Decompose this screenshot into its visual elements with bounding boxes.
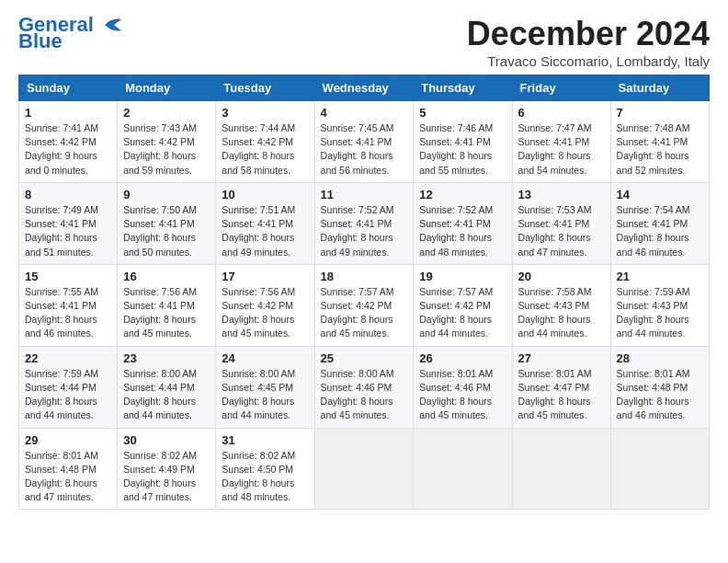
day-number: 23 (123, 351, 210, 365)
logo-blue-text: Blue (18, 31, 63, 52)
calendar-cell: 2 Sunrise: 7:43 AMSunset: 4:42 PMDayligh… (118, 101, 216, 183)
day-info: Sunrise: 7:59 AMSunset: 4:43 PMDaylight:… (617, 285, 703, 341)
day-number: 15 (25, 270, 111, 283)
day-info: Sunrise: 7:45 AMSunset: 4:41 PMDaylight:… (321, 121, 408, 178)
calendar-cell: 12 Sunrise: 7:52 AMSunset: 4:41 PMDaylig… (414, 182, 512, 264)
calendar-cell: 7 Sunrise: 7:48 AMSunset: 4:41 PMDayligh… (610, 101, 709, 183)
calendar-cell: 8 Sunrise: 7:49 AMSunset: 4:41 PMDayligh… (19, 182, 118, 264)
day-info: Sunrise: 8:01 AMSunset: 4:48 PMDaylight:… (617, 367, 703, 423)
page-header: General Blue December 2024 Travaco Sicco… (18, 15, 710, 69)
calendar-header-row: SundayMondayTuesdayWednesdayThursdayFrid… (19, 75, 710, 101)
calendar-cell: 4 Sunrise: 7:45 AMSunset: 4:41 PMDayligh… (314, 101, 414, 183)
calendar-cell: 25 Sunrise: 8:00 AMSunset: 4:46 PMDaylig… (314, 346, 414, 428)
month-title: December 2024 (467, 15, 710, 53)
day-info: Sunrise: 7:47 AMSunset: 4:41 PMDaylight:… (518, 121, 605, 178)
calendar-cell: 18 Sunrise: 7:57 AMSunset: 4:42 PMDaylig… (314, 264, 414, 346)
location-title: Travaco Siccomario, Lombardy, Italy (467, 53, 710, 69)
day-info: Sunrise: 7:41 AMSunset: 4:42 PMDaylight:… (25, 121, 111, 178)
calendar-week-1: 1 Sunrise: 7:41 AMSunset: 4:42 PMDayligh… (19, 101, 710, 183)
day-number: 18 (321, 270, 408, 283)
calendar-cell: 15 Sunrise: 7:55 AMSunset: 4:41 PMDaylig… (19, 264, 118, 346)
day-info: Sunrise: 7:46 AMSunset: 4:41 PMDaylight:… (419, 121, 506, 178)
calendar-cell: 26 Sunrise: 8:01 AMSunset: 4:46 PMDaylig… (414, 346, 512, 428)
col-header-thursday: Thursday (414, 75, 512, 101)
day-info: Sunrise: 8:01 AMSunset: 4:46 PMDaylight:… (419, 367, 506, 423)
day-number: 31 (222, 433, 308, 447)
day-info: Sunrise: 7:52 AMSunset: 4:41 PMDaylight:… (321, 203, 408, 259)
calendar-cell: 13 Sunrise: 7:53 AMSunset: 4:41 PMDaylig… (512, 182, 610, 264)
day-info: Sunrise: 7:56 AMSunset: 4:42 PMDaylight:… (222, 285, 308, 341)
day-number: 7 (617, 106, 703, 120)
calendar-cell: 14 Sunrise: 7:54 AMSunset: 4:41 PMDaylig… (610, 182, 709, 264)
calendar-cell (414, 428, 512, 510)
calendar-cell: 27 Sunrise: 8:01 AMSunset: 4:47 PMDaylig… (512, 346, 610, 428)
day-number: 28 (617, 351, 703, 365)
day-info: Sunrise: 7:56 AMSunset: 4:41 PMDaylight:… (123, 285, 210, 341)
calendar-table: SundayMondayTuesdayWednesdayThursdayFrid… (18, 75, 710, 510)
calendar-cell: 3 Sunrise: 7:44 AMSunset: 4:42 PMDayligh… (216, 101, 314, 183)
day-info: Sunrise: 8:01 AMSunset: 4:48 PMDaylight:… (25, 449, 111, 505)
day-info: Sunrise: 8:02 AMSunset: 4:49 PMDaylight:… (123, 449, 210, 505)
title-block: December 2024 Travaco Siccomario, Lombar… (467, 15, 710, 69)
calendar-cell: 24 Sunrise: 8:00 AMSunset: 4:45 PMDaylig… (216, 346, 314, 428)
day-info: Sunrise: 7:52 AMSunset: 4:41 PMDaylight:… (419, 203, 506, 259)
day-number: 30 (123, 433, 210, 447)
calendar-week-3: 15 Sunrise: 7:55 AMSunset: 4:41 PMDaylig… (19, 264, 710, 346)
day-number: 9 (123, 188, 210, 201)
day-info: Sunrise: 7:51 AMSunset: 4:41 PMDaylight:… (222, 203, 308, 259)
day-number: 8 (25, 188, 111, 201)
calendar-week-4: 22 Sunrise: 7:59 AMSunset: 4:44 PMDaylig… (19, 346, 710, 428)
day-number: 13 (518, 188, 605, 201)
day-number: 5 (419, 106, 506, 120)
day-number: 2 (123, 106, 210, 120)
calendar-cell: 22 Sunrise: 7:59 AMSunset: 4:44 PMDaylig… (19, 346, 118, 428)
calendar-week-2: 8 Sunrise: 7:49 AMSunset: 4:41 PMDayligh… (19, 182, 710, 264)
calendar-cell: 16 Sunrise: 7:56 AMSunset: 4:41 PMDaylig… (118, 264, 216, 346)
day-info: Sunrise: 8:00 AMSunset: 4:46 PMDaylight:… (321, 367, 408, 423)
day-info: Sunrise: 7:50 AMSunset: 4:41 PMDaylight:… (123, 203, 210, 259)
calendar-cell: 28 Sunrise: 8:01 AMSunset: 4:48 PMDaylig… (610, 346, 709, 428)
day-info: Sunrise: 8:00 AMSunset: 4:44 PMDaylight:… (123, 367, 210, 423)
day-info: Sunrise: 7:48 AMSunset: 4:41 PMDaylight:… (617, 121, 703, 178)
day-number: 4 (321, 106, 408, 120)
calendar-cell: 30 Sunrise: 8:02 AMSunset: 4:49 PMDaylig… (118, 428, 216, 510)
day-number: 27 (518, 351, 605, 365)
calendar-cell: 17 Sunrise: 7:56 AMSunset: 4:42 PMDaylig… (216, 264, 314, 346)
calendar-cell: 31 Sunrise: 8:02 AMSunset: 4:50 PMDaylig… (216, 428, 314, 510)
day-number: 20 (518, 270, 605, 283)
calendar-week-5: 29 Sunrise: 8:01 AMSunset: 4:48 PMDaylig… (19, 428, 710, 510)
day-info: Sunrise: 8:00 AMSunset: 4:45 PMDaylight:… (222, 367, 308, 423)
day-info: Sunrise: 7:43 AMSunset: 4:42 PMDaylight:… (123, 121, 210, 178)
day-number: 10 (222, 188, 308, 201)
calendar-cell (610, 428, 709, 510)
logo: General Blue (18, 15, 125, 52)
calendar-cell: 10 Sunrise: 7:51 AMSunset: 4:41 PMDaylig… (216, 182, 314, 264)
day-number: 19 (419, 270, 506, 283)
calendar-cell: 11 Sunrise: 7:52 AMSunset: 4:41 PMDaylig… (314, 182, 414, 264)
calendar-cell: 5 Sunrise: 7:46 AMSunset: 4:41 PMDayligh… (414, 101, 512, 183)
calendar-cell: 6 Sunrise: 7:47 AMSunset: 4:41 PMDayligh… (512, 101, 610, 183)
day-number: 1 (25, 106, 111, 120)
calendar-cell: 1 Sunrise: 7:41 AMSunset: 4:42 PMDayligh… (19, 101, 118, 183)
day-info: Sunrise: 7:58 AMSunset: 4:43 PMDaylight:… (518, 285, 605, 341)
day-number: 25 (321, 351, 408, 365)
day-info: Sunrise: 7:53 AMSunset: 4:41 PMDaylight:… (518, 203, 605, 259)
calendar-cell: 23 Sunrise: 8:00 AMSunset: 4:44 PMDaylig… (118, 346, 216, 428)
col-header-tuesday: Tuesday (216, 75, 314, 101)
day-info: Sunrise: 7:57 AMSunset: 4:42 PMDaylight:… (419, 285, 506, 341)
calendar-cell (512, 428, 610, 510)
day-number: 29 (25, 433, 111, 447)
calendar-cell: 29 Sunrise: 8:01 AMSunset: 4:48 PMDaylig… (19, 428, 118, 510)
calendar-cell: 19 Sunrise: 7:57 AMSunset: 4:42 PMDaylig… (414, 264, 512, 346)
day-number: 17 (222, 270, 308, 283)
day-number: 22 (25, 351, 111, 365)
day-number: 12 (419, 188, 506, 201)
col-header-wednesday: Wednesday (314, 75, 414, 101)
day-info: Sunrise: 7:44 AMSunset: 4:42 PMDaylight:… (222, 121, 308, 178)
calendar-cell: 21 Sunrise: 7:59 AMSunset: 4:43 PMDaylig… (610, 264, 709, 346)
day-info: Sunrise: 8:01 AMSunset: 4:47 PMDaylight:… (518, 367, 605, 423)
col-header-friday: Friday (512, 75, 610, 101)
day-number: 6 (518, 106, 605, 120)
day-info: Sunrise: 7:59 AMSunset: 4:44 PMDaylight:… (25, 367, 111, 423)
day-number: 24 (222, 351, 308, 365)
